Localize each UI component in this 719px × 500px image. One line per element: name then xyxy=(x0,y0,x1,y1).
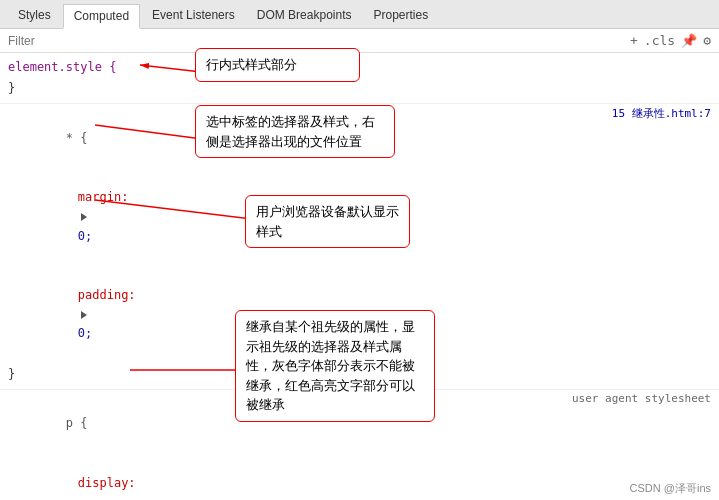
cls-button[interactable]: .cls xyxy=(644,33,675,48)
filter-actions: + .cls 📌 ⚙ xyxy=(630,33,711,48)
settings-icon[interactable]: ⚙ xyxy=(703,33,711,48)
element-style-close: } xyxy=(0,78,719,99)
annotation-inline-style: 行内式样式部分 xyxy=(195,48,360,82)
tab-properties[interactable]: Properties xyxy=(363,4,438,28)
annotation-user-agent: 用户浏览器设备默认显示样式 xyxy=(245,195,410,248)
devtools-panel: Styles Computed Event Listeners DOM Brea… xyxy=(0,0,719,500)
universal-file-ref[interactable]: 15 继承性.html:7 xyxy=(612,106,711,121)
annotation-selector-style: 选中标签的选择器及样式，右侧是选择器出现的文件位置 xyxy=(195,105,395,158)
tab-bar: Styles Computed Event Listeners DOM Brea… xyxy=(0,0,719,29)
tab-styles[interactable]: Styles xyxy=(8,4,61,28)
p-file-ref: user agent stylesheet xyxy=(572,392,711,405)
display-property: display: block; xyxy=(0,454,719,493)
filter-input[interactable] xyxy=(8,34,622,48)
annotation-inherited: 继承自某个祖先级的属性，显示祖先级的选择器及样式属性，灰色字体部分表示不能被继承… xyxy=(235,310,435,422)
triangle-icon2 xyxy=(81,311,87,319)
filter-bar: + .cls 📌 ⚙ xyxy=(0,29,719,53)
tab-event-listeners[interactable]: Event Listeners xyxy=(142,4,245,28)
watermark: CSDN @泽哥ins xyxy=(630,481,711,496)
add-icon[interactable]: + xyxy=(630,33,638,48)
tab-dom-breakpoints[interactable]: DOM Breakpoints xyxy=(247,4,362,28)
pin-icon[interactable]: 📌 xyxy=(681,33,697,48)
tab-computed[interactable]: Computed xyxy=(63,4,140,29)
triangle-icon xyxy=(81,213,87,221)
